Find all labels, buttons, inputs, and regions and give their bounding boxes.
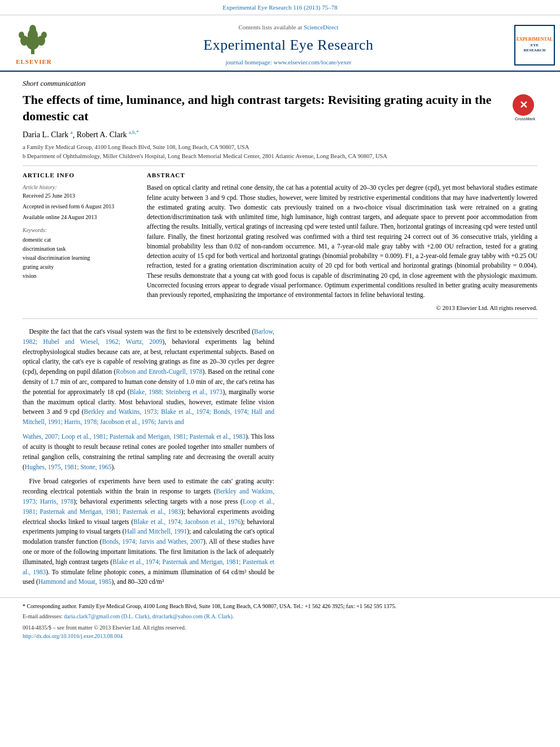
ref-blake1974[interactable]: Blake et al., 1974; Pasternak and Meriga… bbox=[23, 558, 274, 575]
body-para-1: Despite the fact that the cat's visual s… bbox=[23, 327, 274, 427]
author-robert: Robert A. Clark a,b,* bbox=[77, 130, 139, 139]
ref-hammond[interactable]: Hammond and Mouat, 1985 bbox=[38, 578, 112, 585]
keyword-2: discrimination task bbox=[23, 244, 135, 254]
available-date: Available online 24 August 2013 bbox=[23, 213, 135, 221]
crossmark-badge: ✕ CrossMark bbox=[513, 94, 537, 119]
article-info-heading: ARTICLE INFO bbox=[23, 171, 135, 180]
main-content: Short communication The effects of time,… bbox=[0, 78, 560, 592]
body-col-left: Despite the fact that the cat's visual s… bbox=[23, 327, 274, 592]
ref-berkley-watkins[interactable]: Berkley and Watkins, 1973; Harris, 1978 bbox=[23, 488, 274, 505]
elsevier-brand-label: ELSEVIER bbox=[16, 58, 52, 67]
article-info-panel: ARTICLE INFO Article history: Received 2… bbox=[23, 171, 135, 313]
divider-2 bbox=[23, 318, 537, 319]
journal-homepage: journal homepage: www.elsevier.com/locat… bbox=[68, 58, 509, 67]
body-col-right bbox=[286, 327, 537, 592]
author-daria: Daria L. Clark a bbox=[23, 130, 73, 139]
copyright-text: © 2013 Elsevier Ltd. All rights reserved… bbox=[147, 303, 537, 313]
keyword-3: visual discrimination learning bbox=[23, 254, 135, 263]
history-label: Article history: bbox=[23, 183, 135, 191]
elsevier-logo-area: ELSEVIER bbox=[0, 20, 68, 71]
svg-point-6 bbox=[19, 32, 24, 38]
article-section-label: Short communication bbox=[23, 78, 537, 89]
journal-reference-bar: Experimental Eye Research 116 (2013) 75–… bbox=[0, 0, 560, 15]
received-date: Received 25 June 2013 bbox=[23, 191, 135, 200]
divider-1 bbox=[23, 165, 537, 166]
affiliation-a: a Family Eye Medical Group, 4100 Long Be… bbox=[23, 143, 537, 152]
journal-badge: EXPERIMENTAL EYE RESEARCH bbox=[514, 25, 555, 65]
journal-title: Experimental Eye Research bbox=[68, 34, 509, 56]
crossmark-icon: ✕ bbox=[513, 94, 534, 116]
page-footer: * Corresponding author. Family Eye Medic… bbox=[0, 597, 560, 645]
svg-point-7 bbox=[41, 32, 47, 38]
ref-wathes[interactable]: Wathes, 2007; Loop et al., 1981; Pastern… bbox=[23, 433, 246, 440]
body-para-3: Five broad categories of experiments hav… bbox=[23, 477, 274, 587]
ref-hall-mitchell[interactable]: Hall and Mitchell, 1991 bbox=[125, 528, 187, 535]
ref-blake-jacobson[interactable]: Blake et al., 1974; Jacobson et al., 197… bbox=[133, 518, 240, 525]
journal-homepage-link[interactable]: journal homepage: www.elsevier.com/locat… bbox=[226, 59, 352, 65]
keyword-4: grating acuity bbox=[23, 263, 135, 272]
keyword-1: domestic cat bbox=[23, 235, 135, 244]
ref-barlow[interactable]: Barlow, 1982; Hubel and Wiesel, 1962; Wu… bbox=[23, 328, 274, 345]
abstract-panel: ABSTRACT Based on optical clarity and re… bbox=[147, 171, 537, 313]
issn-text: 0014-4835/$ – see front matter © 2013 El… bbox=[23, 624, 186, 631]
body-content: Despite the fact that the cat's visual s… bbox=[23, 327, 537, 592]
ref-bonds1974[interactable]: Bonds, 1974; Jarvis and Wathes, 2007 bbox=[102, 538, 203, 545]
sciencedirect-link[interactable]: ScienceDirect bbox=[304, 24, 339, 30]
doi-link[interactable]: http://dx.doi.org/10.1016/j.exer.2013.08… bbox=[23, 633, 123, 639]
ref-berkley1973[interactable]: Berkley and Watkins, 1973; Blake et al.,… bbox=[23, 408, 274, 425]
elsevier-tree-icon bbox=[13, 24, 55, 56]
crossmark-label: CrossMark bbox=[513, 116, 537, 121]
abstract-heading: ABSTRACT bbox=[147, 171, 537, 180]
body-para-2: Wathes, 2007; Loop et al., 1981; Pastern… bbox=[23, 432, 274, 472]
issn-line: 0014-4835/$ – see front matter © 2013 El… bbox=[23, 624, 537, 632]
article-info-abstract: ARTICLE INFO Article history: Received 2… bbox=[23, 171, 537, 313]
contents-text: Contents lists available at bbox=[238, 24, 302, 30]
corresponding-author-note: * Corresponding author. Family Eye Medic… bbox=[23, 602, 537, 611]
elsevier-logo: ELSEVIER bbox=[13, 24, 55, 67]
paper-title-text: The effects of time, luminance, and high… bbox=[23, 92, 513, 124]
authors-line: Daria L. Clark a, Robert A. Clark a,b,* bbox=[23, 129, 537, 141]
paper-title-area: The effects of time, luminance, and high… bbox=[23, 92, 537, 124]
affiliations: a Family Eye Medical Group, 4100 Long Be… bbox=[23, 143, 537, 161]
journal-ref-text: Experimental Eye Research 116 (2013) 75–… bbox=[222, 4, 337, 11]
email-addresses: E-mail addresses: daria.clark7@gmail.com… bbox=[23, 613, 537, 621]
ref-hughes[interactable]: Hughes, 1975, 1981; Stone, 1965 bbox=[25, 464, 112, 470]
journal-badge-area: EXPERIMENTAL EYE RESEARCH bbox=[509, 20, 560, 71]
email-links[interactable]: daria.clark7@gmail.com (D.L. Clark), drr… bbox=[64, 613, 234, 619]
ref-robson[interactable]: Robson and Enroth-Cugell, 1978 bbox=[116, 368, 202, 375]
keywords-label: Keywords: bbox=[23, 226, 135, 234]
journal-header: ELSEVIER Contents lists available at Sci… bbox=[0, 15, 560, 72]
ref-blake1988[interactable]: Blake, 1988; Steinberg et al., 1973 bbox=[130, 388, 223, 395]
journal-title-area: Contents lists available at ScienceDirec… bbox=[68, 20, 509, 71]
doi-line: http://dx.doi.org/10.1016/j.exer.2013.08… bbox=[23, 632, 537, 641]
keyword-5: vision bbox=[23, 272, 135, 281]
abstract-text: Based on optical clarity and retinal con… bbox=[147, 183, 537, 300]
svg-point-3 bbox=[29, 25, 36, 34]
accepted-date: Accepted in revised form 6 August 2013 bbox=[23, 202, 135, 211]
affiliation-b: b Department of Ophthalmology, Miller Ch… bbox=[23, 152, 537, 161]
contents-line: Contents lists available at ScienceDirec… bbox=[68, 23, 509, 32]
email-label: E-mail addresses: bbox=[23, 613, 63, 619]
